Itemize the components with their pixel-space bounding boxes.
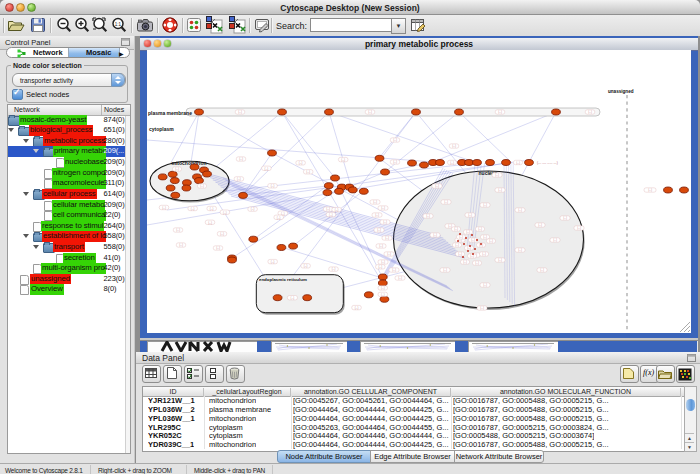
svg-text:(--): (--) [379, 244, 383, 248]
svg-text:(--): (--) [466, 230, 470, 234]
svg-text:(--): (--) [326, 207, 330, 211]
svg-text:(--): (--) [455, 243, 459, 247]
svg-text:1:1: 1:1 [115, 22, 122, 27]
svg-text:(--): (--) [435, 184, 439, 188]
svg-text:(--): (--) [377, 228, 381, 232]
svg-text:(--): (--) [450, 161, 454, 165]
svg-text:unassigned: unassigned [608, 89, 634, 94]
svg-text:mitochondrion: mitochondrion [172, 160, 207, 166]
svg-text:(--): (--) [373, 200, 377, 204]
svg-text:(--): (--) [216, 246, 220, 250]
svg-text:(--): (--) [220, 232, 224, 236]
svg-text:(--): (--) [375, 213, 379, 217]
svg-text:(--): (--) [648, 188, 652, 192]
svg-text:(--): (--) [478, 227, 482, 231]
svg-text:(--): (--) [482, 252, 486, 256]
svg-text:(--): (--) [538, 223, 542, 227]
svg-text:(--): (--) [191, 207, 195, 211]
svg-text:(--): (--) [271, 184, 275, 188]
svg-text:(--): (--) [239, 157, 243, 161]
svg-text:endoplasmic reticulum: endoplasmic reticulum [259, 277, 307, 282]
svg-text:(--): (--) [393, 160, 397, 164]
svg-text:(--): (--) [332, 267, 336, 271]
svg-text:(--): (--) [588, 110, 592, 114]
svg-text:(--): (--) [251, 207, 255, 211]
svg-text:(--): (--) [426, 214, 430, 218]
svg-text:(--): (--) [483, 283, 487, 287]
svg-text:(--): (--) [498, 110, 502, 114]
svg-text:(--): (--) [448, 224, 452, 228]
svg-text:(--): (--) [433, 233, 437, 237]
svg-text:(--): (--) [306, 170, 310, 174]
svg-text:(--): (--) [452, 144, 456, 148]
svg-text:(--): (--) [459, 235, 463, 239]
svg-text:(--): (--) [383, 220, 387, 224]
svg-text:(--): (--) [368, 110, 372, 114]
svg-text:(--): (--) [381, 286, 385, 290]
svg-text:(--): (--) [341, 158, 345, 162]
svg-text:(--): (--) [392, 268, 396, 272]
svg-text:(--): (--) [237, 177, 241, 181]
svg-text:(--): (--) [516, 161, 520, 165]
svg-text:(--): (--) [265, 167, 269, 171]
svg-text:(--): (--) [498, 258, 502, 262]
svg-text:(--): (--) [540, 268, 544, 272]
svg-text:(--): (--) [463, 260, 467, 264]
svg-text:cytoplasm: cytoplasm [149, 126, 174, 132]
svg-text:(--): (--) [329, 213, 333, 217]
svg-text:(--): (--) [518, 208, 522, 212]
svg-text:(--): (--) [483, 235, 487, 239]
svg-text:(--): (--) [200, 184, 204, 188]
svg-text:(--): (--) [471, 238, 475, 242]
svg-text:(--): (--) [291, 296, 295, 300]
svg-text:(--): (--) [277, 216, 281, 220]
svg-text:(--): (--) [162, 206, 166, 210]
svg-text:(--): (--) [483, 203, 487, 207]
svg-text:(--): (--) [387, 252, 391, 256]
svg-text:(--): (--) [398, 276, 402, 280]
svg-text:(--- ---- ----- ---): (--- ---- ----- ---) [537, 161, 558, 165]
svg-text:(--): (--) [355, 306, 359, 310]
svg-text:(--): (--) [299, 161, 303, 165]
svg-text:(--): (--) [454, 227, 458, 231]
svg-text:(--): (--) [518, 248, 522, 252]
svg-text:(--): (--) [495, 173, 499, 177]
svg-text:(--): (--) [175, 167, 179, 171]
svg-text:(--): (--) [577, 226, 581, 230]
svg-text:(--): (--) [498, 188, 502, 192]
svg-text:(--): (--) [553, 238, 557, 242]
svg-text:(--): (--) [223, 211, 227, 215]
svg-text:(--): (--) [475, 261, 479, 265]
svg-text:(--): (--) [381, 260, 385, 264]
svg-text:plasma membrane: plasma membrane [148, 110, 192, 116]
svg-text:(--): (--) [210, 207, 214, 211]
svg-text:(--): (--) [179, 243, 183, 247]
svg-text:(--): (--) [335, 208, 339, 212]
svg-text:(--): (--) [271, 260, 275, 264]
svg-text:(--): (--) [468, 213, 472, 217]
svg-text:(--): (--) [458, 252, 462, 256]
svg-text:(--): (--) [443, 268, 447, 272]
svg-text:(--): (--) [176, 228, 180, 232]
svg-text:(--): (--) [480, 306, 484, 310]
svg-text:(--): (--) [385, 236, 389, 240]
svg-text:(--): (--) [304, 264, 308, 268]
svg-text:(--): (--) [381, 206, 385, 210]
svg-text:(--): (--) [444, 200, 448, 204]
svg-text:(--): (--) [381, 293, 385, 297]
svg-text:(--): (--) [378, 265, 382, 269]
svg-text:(--): (--) [563, 216, 567, 220]
svg-text:(--): (--) [238, 110, 242, 114]
svg-text:(--): (--) [393, 138, 397, 142]
svg-text:(--): (--) [489, 239, 493, 243]
svg-text:(--): (--) [208, 221, 212, 225]
